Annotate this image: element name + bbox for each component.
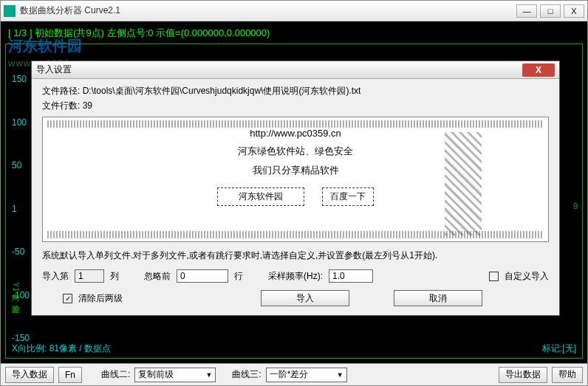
preview-box2: 百度一下 — [322, 187, 374, 206]
import-data-button[interactable]: 导入数据 — [5, 367, 54, 383]
titlebar: 数据曲线分析器 Curve2.1 — □ X — [1, 1, 587, 21]
fn-button[interactable]: Fn — [58, 367, 82, 383]
clear-checkbox[interactable]: ✓ — [63, 294, 72, 303]
curve2-label: 曲线二: — [101, 368, 130, 381]
import-settings-dialog: 导入设置 X 文件路径: D:\tools\桌面\河东软件园\Curveshju… — [31, 61, 560, 316]
left-axis-label: Y向1 1阶差 — [10, 282, 21, 299]
line-count-label: 文件行数: — [42, 100, 83, 111]
right-axis-label: 9 — [573, 201, 578, 210]
custom-import-checkbox[interactable] — [489, 272, 499, 281]
column-input[interactable] — [75, 269, 104, 283]
close-button[interactable]: X — [564, 4, 584, 18]
file-path-label: 文件路径: — [42, 86, 83, 96]
dialog-title: 导入设置 — [36, 63, 522, 76]
file-path-value: D:\tools\桌面\河东软件园\Curveshjudqkidkjqw\使用说… — [83, 86, 361, 96]
info-bar: [ 1/3 ] 初始数据(共9点) 左侧点号:0 示值=(0.000000,0.… — [5, 26, 583, 41]
export-data-button[interactable]: 导出数据 — [499, 367, 547, 383]
minimize-button[interactable]: — — [516, 4, 537, 18]
import-button[interactable]: 导入 — [261, 290, 349, 306]
column-label: 导入第 — [42, 270, 69, 283]
freq-label: 采样频率(Hz): — [268, 270, 323, 283]
maximize-button[interactable]: □ — [540, 4, 561, 18]
dialog-close-button[interactable]: X — [522, 63, 555, 77]
file-preview[interactable]: http://www.pc0359.cn 河东绿色软件站、绿色安全 我们只分享精… — [42, 117, 549, 242]
freq-input[interactable] — [329, 269, 373, 283]
preview-box1: 河东软件园 — [217, 187, 304, 206]
curve3-label: 曲线三: — [232, 368, 261, 381]
window-title: 数据曲线分析器 Curve2.1 — [20, 4, 516, 17]
skip-label: 忽略前 — [144, 270, 171, 283]
skip-input[interactable] — [177, 269, 228, 283]
dialog-titlebar[interactable]: 导入设置 X — [32, 61, 559, 79]
y-axis-labels: 15010050 1-50-100 -150 — [12, 74, 33, 343]
clear-label: 清除后两级 — [78, 292, 123, 305]
bottom-toolbar: 导入数据 Fn 曲线二: 复制前级 曲线三: 一阶*差分 导出数据 帮助 — [1, 363, 587, 385]
x-scale-label: X向比例: 81像素 / 数据点 — [12, 342, 111, 355]
app-icon — [4, 5, 16, 17]
help-button[interactable]: 帮助 — [552, 367, 583, 383]
curve2-select[interactable]: 复制前级 — [134, 368, 216, 382]
curve3-select[interactable]: 一阶*差分 — [266, 368, 347, 382]
skip-suffix: 行 — [234, 270, 243, 283]
custom-import-label: 自定义导入 — [505, 270, 549, 283]
line-count-value: 39 — [83, 100, 92, 111]
marker-label: 标记:[无] — [542, 342, 576, 355]
cancel-button[interactable]: 取消 — [394, 290, 482, 306]
column-suffix: 列 — [110, 270, 119, 283]
import-hint: 系统默认导入单列文件.对于多列文件,或者有跳行要求时,请选择自定义,并设置参数(… — [42, 249, 549, 262]
